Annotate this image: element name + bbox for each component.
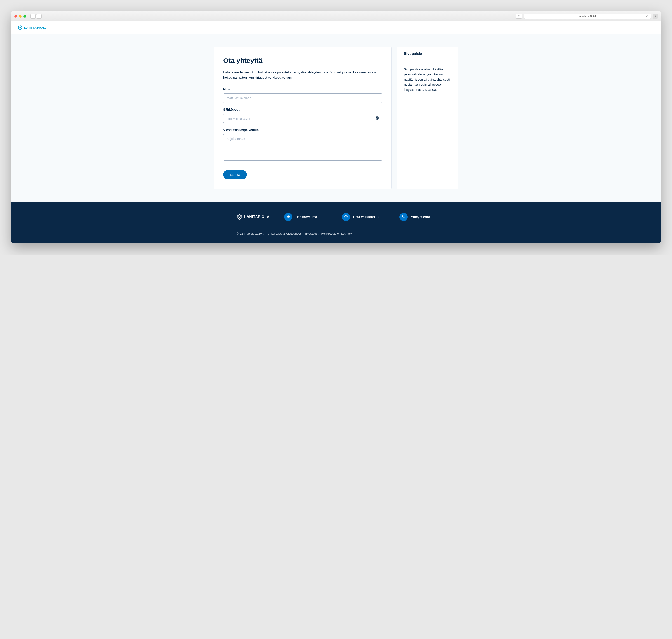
url-bar[interactable]: localhost:8001 ⟳ (524, 14, 651, 19)
compensation-icon (284, 213, 292, 221)
intro-text: Lähetä meille viesti kun haluat antaa pa… (223, 70, 382, 80)
separator: / (303, 232, 304, 235)
at-icon (375, 116, 379, 121)
separator: / (318, 232, 319, 235)
form-group-message: Viesti asiakaspalveluun (223, 128, 382, 161)
footer-bottom-link-terms[interactable]: Turvallisuus ja käyttöehdot (266, 232, 301, 235)
logo-icon (18, 25, 22, 30)
svg-point-0 (519, 15, 519, 15)
footer-link-contact[interactable]: Yhteystiedot › (400, 213, 434, 221)
footer-bottom-link-cookies[interactable]: Evästeet (305, 232, 317, 235)
maximize-window-button[interactable] (24, 15, 26, 18)
submit-button[interactable]: Lähetä (223, 170, 247, 179)
svg-point-1 (376, 118, 378, 119)
shield-icon (342, 213, 350, 221)
chevron-right-icon: › (378, 216, 379, 218)
brand-logo[interactable]: LÄHITAPIOLA (18, 25, 654, 30)
footer-link-insurance[interactable]: Osta vakuutus › (342, 213, 379, 221)
footer-bottom: © LähiTapiola 2020 / Turvallisuus ja käy… (237, 232, 435, 235)
accessibility-icon (517, 15, 520, 17)
sidebar-title: Sivupalsta (397, 47, 458, 61)
page-title: Ota yhteyttä (223, 57, 382, 64)
main-container: Ota yhteyttä Lähetä meille viesti kun ha… (191, 34, 481, 202)
close-window-button[interactable] (14, 15, 17, 18)
name-input[interactable] (223, 93, 382, 103)
footer-top: LÄHITAPIOLA Hae korvausta › (237, 213, 435, 221)
back-button[interactable]: ‹ (30, 14, 36, 18)
traffic-lights (14, 15, 26, 18)
separator: / (264, 232, 265, 235)
chevron-right-icon: › (433, 216, 434, 218)
page-footer: LÄHITAPIOLA Hae korvausta › (11, 202, 661, 243)
footer-links: Hae korvausta › Osta vakuutus › (283, 213, 435, 221)
page-header: LÄHITAPIOLA (11, 21, 661, 34)
accessibility-button[interactable] (516, 14, 522, 18)
forward-button[interactable]: › (36, 14, 42, 18)
footer-link-compensation[interactable]: Hae korvausta › (284, 213, 322, 221)
footer-link-label: Hae korvausta (296, 215, 317, 219)
form-group-name: Nimi (223, 88, 382, 103)
email-label: Sähköposti (223, 108, 382, 111)
footer-logo-icon (237, 214, 243, 220)
reload-icon[interactable]: ⟳ (646, 15, 649, 18)
browser-chrome: ‹ › localhost:8001 ⟳ + (11, 11, 661, 21)
message-textarea[interactable] (223, 134, 382, 161)
footer-logo[interactable]: LÄHITAPIOLA (237, 214, 269, 220)
footer-brand-text: LÄHITAPIOLA (244, 215, 269, 219)
new-tab-button[interactable]: + (653, 14, 658, 18)
chevron-right-icon: › (321, 216, 322, 218)
footer-bottom-link-privacy[interactable]: Henkilötietojen käsittely (321, 232, 352, 235)
footer-link-label: Yhteystiedot (411, 215, 430, 219)
form-group-email: Sähköposti (223, 108, 382, 123)
url-text: localhost:8001 (579, 15, 596, 18)
browser-window: ‹ › localhost:8001 ⟳ + LÄHITAPIOLA (11, 11, 661, 243)
sidebar-card: Sivupalsta Sivupalstaa voidaan käyttää p… (397, 47, 458, 189)
email-input[interactable] (223, 114, 382, 123)
brand-text: LÄHITAPIOLA (24, 26, 48, 30)
footer-link-label: Osta vakuutus (353, 215, 375, 219)
page-content: LÄHITAPIOLA Ota yhteyttä Lähetä meille v… (11, 21, 661, 243)
contact-form-card: Ota yhteyttä Lähetä meille viesti kun ha… (214, 47, 392, 189)
minimize-window-button[interactable] (19, 15, 22, 18)
copyright-text: © LähiTapiola 2020 (237, 232, 262, 235)
message-label: Viesti asiakaspalveluun (223, 128, 382, 132)
phone-icon (400, 213, 408, 221)
name-label: Nimi (223, 88, 382, 91)
nav-buttons: ‹ › (30, 14, 42, 18)
sidebar-body: Sivupalstaa voidaan käyttää pääsisältöön… (397, 61, 458, 98)
